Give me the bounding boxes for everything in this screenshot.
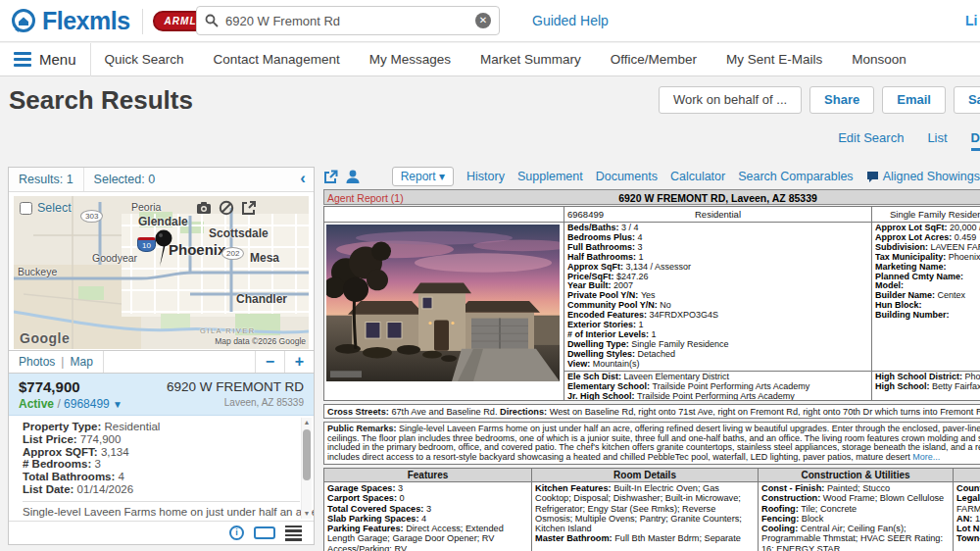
zoom-out-button[interactable]: − <box>255 351 284 373</box>
room-details-header: Room Details <box>531 469 758 482</box>
map-label-buckeye: Buckeye <box>18 266 57 277</box>
cross-streets-bar: Cross Streets: 67th Ave and Baseline Rd.… <box>323 404 980 419</box>
documents-link[interactable]: Documents <box>596 170 658 183</box>
top-right-link[interactable]: Li <box>965 13 977 28</box>
menu-label: Menu <box>39 51 76 68</box>
chevron-down-icon[interactable]: ▼ <box>113 399 122 410</box>
listing-summary-row[interactable]: $774,900 Active / 6968499 ▼ 6920 W FREMO… <box>9 374 314 416</box>
divider <box>90 43 91 76</box>
divider <box>142 9 143 34</box>
clear-search-icon[interactable]: ✕ <box>475 13 491 28</box>
supplement-link[interactable]: Supplement <box>517 170 583 183</box>
nav-my-messages[interactable]: My Messages <box>369 52 451 67</box>
field-row: Carport Spaces: 0 <box>327 493 528 503</box>
mls-number-link[interactable]: 6968499 <box>64 397 110 411</box>
results-count-tab[interactable]: Results: 1 <box>9 168 84 191</box>
map-label-peoria: Peoria <box>131 201 161 213</box>
more-link[interactable]: More... <box>912 453 940 462</box>
photos-link[interactable]: Photos <box>19 355 55 369</box>
field-row: Dwelling Type: Single Family Residence <box>567 340 868 350</box>
streetview-camera-icon[interactable] <box>196 200 212 216</box>
history-link[interactable]: History <box>466 170 505 183</box>
selected-count-tab[interactable]: Selected: 0 <box>84 168 166 191</box>
results-map[interactable]: Peoria Glendale Scottsdale Goodyear Phoe… <box>14 196 309 349</box>
search-input[interactable] <box>225 14 475 28</box>
save-button[interactable]: Save <box>954 86 980 114</box>
card-view-icon[interactable] <box>254 526 275 539</box>
photo-header-cell <box>324 207 564 222</box>
listing-photo[interactable] <box>324 222 564 400</box>
field-row: Cooling: Central Air; Ceiling Fan(s); Pr… <box>761 524 950 551</box>
report-dropdown[interactable]: Report ▾ <box>392 167 454 186</box>
field-row: Planned Cmty Name: <box>875 273 980 282</box>
scrollbar-thumb[interactable] <box>303 429 311 480</box>
report-fields-column-1: Beds/Baths: 3 / 4Bedrooms Plus: 4Full Ba… <box>564 222 871 371</box>
field-row: Hun Block: <box>875 301 980 311</box>
disable-overlay-icon[interactable] <box>219 200 234 216</box>
map-label-glendale: Glendale <box>138 215 188 228</box>
page-title: Search Results <box>9 85 193 116</box>
nav-office-member[interactable]: Office/Member <box>611 52 697 67</box>
field-row: Total Covered Spaces: 3 <box>327 504 528 514</box>
nav-market-summary[interactable]: Market Summary <box>480 52 581 67</box>
location-search[interactable]: ✕ <box>196 6 500 35</box>
hamburger-icon <box>14 52 31 67</box>
divider <box>23 501 300 502</box>
schools-left: Ele Sch Dist: Laveen Elementary District… <box>564 371 871 400</box>
report-fields-column-2: Approx Lot SqFt: 20,000 /Approx Lot Acre… <box>871 222 980 371</box>
nav-contact-management[interactable]: Contact Management <box>214 52 340 67</box>
expand-map-icon[interactable] <box>241 200 257 216</box>
public-remarks: Public Remarks: Single-level Laveen Farm… <box>323 422 980 465</box>
menu-button[interactable]: Menu <box>0 51 90 68</box>
tab-detail[interactable]: D <box>971 130 980 151</box>
contact-person-icon[interactable] <box>346 170 360 184</box>
guided-help-link[interactable]: Guided Help <box>532 13 609 28</box>
field-row: Count <box>956 483 980 493</box>
nav-my-sent-emails[interactable]: My Sent E-Mails <box>726 52 822 67</box>
field-row: Year Built: 2007 <box>567 281 868 291</box>
nav-links: Quick Search Contact Management My Messa… <box>105 52 906 67</box>
flexmls-logo[interactable]: Flexmls ARMLS <box>10 7 216 35</box>
report-title-bar: Agent Report (1) 6920 W FREMONT RD, Lave… <box>323 189 980 205</box>
field-row: Fencing: Block <box>761 514 950 524</box>
edit-search-link[interactable]: Edit Search <box>838 130 904 145</box>
map-select-checkbox[interactable]: Select <box>20 201 72 215</box>
tab-list[interactable]: List <box>927 130 947 145</box>
share-button[interactable]: Share <box>809 86 874 114</box>
scroll-up-icon[interactable]: ▲ <box>302 418 312 427</box>
field-row: Ele Sch Dist: Laveen Elementary District <box>567 373 868 382</box>
open-in-new-window-icon[interactable] <box>323 170 338 184</box>
field-row: Bedrooms Plus: 4 <box>567 233 868 243</box>
listing-map-pin[interactable] <box>151 229 178 271</box>
email-button[interactable]: Email <box>882 86 946 114</box>
features-table: Features Room Details Construction & Uti… <box>323 468 980 551</box>
map-attribution: Map data ©2026 Google <box>215 336 306 346</box>
nav-quick-search[interactable]: Quick Search <box>105 52 184 67</box>
calculator-link[interactable]: Calculator <box>670 170 725 183</box>
field-row: Town- <box>956 533 980 543</box>
select-checkbox[interactable] <box>20 202 32 215</box>
list-view-icon[interactable] <box>285 526 302 541</box>
zoom-in-button[interactable]: + <box>284 351 314 373</box>
map-link[interactable]: Map <box>70 355 92 369</box>
construction-header: Construction & Utilities <box>758 469 953 482</box>
work-on-behalf-button[interactable]: Work on behalf of ... <box>659 86 802 114</box>
clipped-column-cell: Count Legal FARMSAN: 10Lot Nu Town- <box>953 482 980 551</box>
field-row: Slab Parking Spaces: 4 <box>327 514 528 524</box>
scroll-down-icon[interactable]: ▼ <box>302 509 312 519</box>
search-comparables-link[interactable]: Search Comparables <box>738 170 853 183</box>
info-icon[interactable]: i <box>229 526 244 540</box>
map-label-chandler: Chandler <box>236 292 287 306</box>
features-header: Features <box>324 469 531 482</box>
collapse-panel-icon[interactable]: ‹ <box>300 169 306 188</box>
field-row: Construction: Wood Frame; Blown Cellulos… <box>761 493 950 503</box>
view-toggle-bar: i <box>9 521 314 544</box>
details-scrollbar[interactable]: ▲ ▼ <box>301 418 312 519</box>
nav-monsoon[interactable]: Monsoon <box>852 52 906 67</box>
field-row: Master Bathroom: Full Bth Master Bdrm; S… <box>535 533 755 543</box>
report-class: Residential <box>564 209 871 220</box>
field-row: Property Type: Residential <box>23 421 314 433</box>
field-row: Lot Nu <box>956 524 980 533</box>
aligned-showings-link[interactable]: Aligned Showings <box>866 170 980 183</box>
agent-report: Agent Report (1) 6920 W FREMONT RD, Lave… <box>323 189 980 551</box>
